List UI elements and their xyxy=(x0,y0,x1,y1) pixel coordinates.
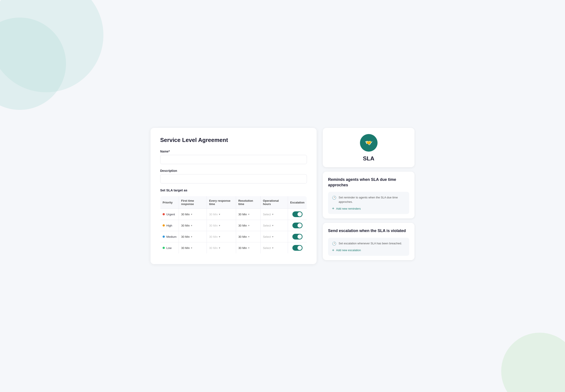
priority-dot-3 xyxy=(163,247,165,249)
escalation-toggle-3[interactable]: ✓ xyxy=(292,245,302,251)
name-label: Name* xyxy=(160,150,307,153)
chevron-icon: ▾ xyxy=(191,247,192,249)
operational-hours-cell-0[interactable]: Select ▾ xyxy=(261,209,288,220)
col-escalation: Escalation xyxy=(288,196,307,209)
escalation-cell-2[interactable]: ✓ xyxy=(288,231,307,242)
operational-hours-cell-3[interactable]: Select ▾ xyxy=(261,242,288,253)
every-response-cell-2[interactable]: 30 Min ▾ xyxy=(207,231,236,242)
chevron-icon: ▾ xyxy=(248,213,250,216)
priority-label-3: Low xyxy=(166,246,172,250)
page-wrapper: Service Level Agreement Name* Descriptio… xyxy=(150,128,415,264)
clock-icon-escalation: 🕐 xyxy=(332,241,336,246)
sla-icon-circle: 🤝 xyxy=(360,134,378,152)
col-resolution-time: Resolution time xyxy=(236,196,261,209)
page-title: Service Level Agreement xyxy=(160,137,307,143)
description-label: Description xyxy=(160,169,307,172)
escalation-info-row: 🕐 Set escalation whenever SLA has been b… xyxy=(332,241,405,246)
description-input[interactable] xyxy=(160,174,307,183)
plus-icon-reminders: + xyxy=(332,207,334,210)
table-row: Low 30 Min ▾ 30 Min ▾ 30 Min ▾ Select ▾ xyxy=(160,242,307,253)
left-card: Service Level Agreement Name* Descriptio… xyxy=(150,128,317,264)
escalation-card-title: Send escalation when the SLA is violated xyxy=(328,228,409,234)
chevron-icon: ▾ xyxy=(219,247,220,249)
resolution-time-dropdown-1[interactable]: 30 Min ▾ xyxy=(238,224,258,227)
escalation-card-body: 🕐 Set escalation whenever SLA has been b… xyxy=(328,238,409,256)
operational-hours-dropdown-1[interactable]: Select ▾ xyxy=(263,224,286,227)
first-time-response-dropdown-3[interactable]: 30 Min ▾ xyxy=(181,246,204,250)
chevron-icon: ▾ xyxy=(219,235,220,238)
right-column: 🤝 SLA Reminds agents when SLA due time a… xyxy=(323,128,415,260)
reminders-card-title: Reminds agents when SLA due time approch… xyxy=(328,177,409,188)
toggle-check-2: ✓ xyxy=(299,235,301,238)
operational-hours-dropdown-0[interactable]: Select ▾ xyxy=(263,213,286,216)
every-response-dropdown-0[interactable]: 30 Min ▾ xyxy=(209,213,234,216)
resolution-time-cell-0[interactable]: 30 Min ▾ xyxy=(236,209,261,220)
chevron-icon: ▾ xyxy=(191,213,192,216)
priority-dot-2 xyxy=(163,236,165,238)
first-time-response-cell-2[interactable]: 30 Min ▾ xyxy=(179,231,207,242)
escalation-toggle-1[interactable]: ✓ xyxy=(292,223,302,228)
chevron-icon: ▾ xyxy=(272,213,273,216)
priority-label-1: High xyxy=(166,224,172,227)
table-row: High 30 Min ▾ 30 Min ▾ 30 Min ▾ Select ▾ xyxy=(160,220,307,231)
chevron-icon: ▾ xyxy=(248,247,250,249)
first-time-response-dropdown-1[interactable]: 30 Min ▾ xyxy=(181,224,204,227)
toggle-check-0: ✓ xyxy=(299,213,301,216)
sla-icon-card: 🤝 SLA xyxy=(323,128,415,167)
first-time-response-cell-3[interactable]: 30 Min ▾ xyxy=(179,242,207,253)
reminders-description: Set reminder to agents when the SLA due … xyxy=(339,195,405,204)
svg-text:🤝: 🤝 xyxy=(366,140,372,145)
col-operational-hours: Operational hours xyxy=(261,196,288,209)
first-time-response-dropdown-0[interactable]: 30 Min ▾ xyxy=(181,213,204,216)
resolution-time-cell-2[interactable]: 30 Min ▾ xyxy=(236,231,261,242)
toggle-check-3: ✓ xyxy=(299,247,301,249)
clock-icon-reminders: 🕐 xyxy=(332,196,336,200)
every-response-dropdown-2[interactable]: 30 Min ▾ xyxy=(209,235,234,238)
toggle-check-1: ✓ xyxy=(299,224,301,227)
resolution-time-cell-3[interactable]: 30 Min ▾ xyxy=(236,242,261,253)
chevron-icon: ▾ xyxy=(272,247,273,249)
first-time-response-cell-0[interactable]: 30 Min ▾ xyxy=(179,209,207,220)
operational-hours-cell-2[interactable]: Select ▾ xyxy=(261,231,288,242)
escalation-cell-1[interactable]: ✓ xyxy=(288,220,307,231)
every-response-cell-0[interactable]: 30 Min ▾ xyxy=(207,209,236,220)
priority-cell-2: Medium xyxy=(160,231,179,242)
escalation-toggle-0[interactable]: ✓ xyxy=(292,211,302,217)
add-reminders-link[interactable]: Add new reminders xyxy=(336,207,361,210)
first-time-response-cell-1[interactable]: 30 Min ▾ xyxy=(179,220,207,231)
escalation-cell-0[interactable]: ✓ xyxy=(288,209,307,220)
priority-cell-0: Urgent xyxy=(160,209,179,220)
table-row: Medium 30 Min ▾ 30 Min ▾ 30 Min ▾ Select xyxy=(160,231,307,242)
chevron-icon: ▾ xyxy=(248,224,250,227)
escalation-card: Send escalation when the SLA is violated… xyxy=(323,223,415,260)
add-reminders-row[interactable]: + Add new reminders xyxy=(332,207,405,210)
escalation-cell-3[interactable]: ✓ xyxy=(288,242,307,253)
operational-hours-dropdown-2[interactable]: Select ▾ xyxy=(263,235,286,238)
sla-label: SLA xyxy=(363,155,374,162)
priority-dot-1 xyxy=(163,224,165,226)
sla-table: Priority First time response Every respo… xyxy=(160,196,307,253)
resolution-time-dropdown-0[interactable]: 30 Min ▾ xyxy=(238,213,258,216)
reminders-info-row: 🕐 Set reminder to agents when the SLA du… xyxy=(332,195,405,204)
every-response-dropdown-3[interactable]: 30 Min ▾ xyxy=(209,246,234,250)
sla-section-label: Set SLA target as xyxy=(160,188,307,192)
resolution-time-dropdown-2[interactable]: 30 Min ▾ xyxy=(238,235,258,238)
col-first-time-response: First time response xyxy=(179,196,207,209)
first-time-response-dropdown-2[interactable]: 30 Min ▾ xyxy=(181,235,204,238)
resolution-time-cell-1[interactable]: 30 Min ▾ xyxy=(236,220,261,231)
col-every-response-time: Every response time xyxy=(207,196,236,209)
resolution-time-dropdown-3[interactable]: 30 Min ▾ xyxy=(238,246,258,250)
every-response-dropdown-1[interactable]: 30 Min ▾ xyxy=(209,224,234,227)
priority-label-0: Urgent xyxy=(166,213,175,216)
escalation-toggle-2[interactable]: ✓ xyxy=(292,234,302,239)
add-escalation-row[interactable]: + Add new escalation xyxy=(332,248,405,252)
every-response-cell-3[interactable]: 30 Min ▾ xyxy=(207,242,236,253)
priority-cell-1: High xyxy=(160,220,179,231)
reminders-card: Reminds agents when SLA due time approch… xyxy=(323,172,415,218)
name-input[interactable] xyxy=(160,155,307,164)
reminders-card-body: 🕐 Set reminder to agents when the SLA du… xyxy=(328,192,409,214)
add-escalation-link[interactable]: Add new escalation xyxy=(336,249,361,252)
operational-hours-cell-1[interactable]: Select ▾ xyxy=(261,220,288,231)
operational-hours-dropdown-3[interactable]: Select ▾ xyxy=(263,246,286,250)
every-response-cell-1[interactable]: 30 Min ▾ xyxy=(207,220,236,231)
